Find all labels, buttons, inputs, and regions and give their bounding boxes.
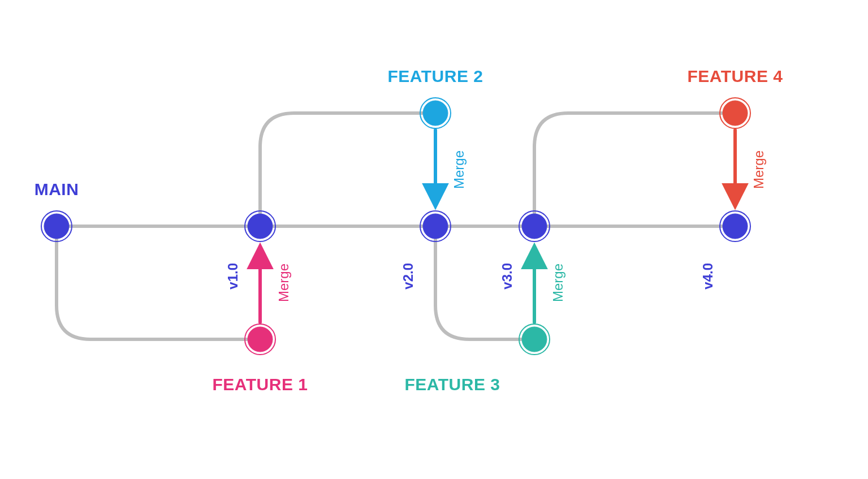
merge-label-4: Merge — [751, 150, 766, 189]
branch-to-feature4 — [534, 113, 735, 226]
merge-label-2: Merge — [451, 150, 467, 189]
connectors — [57, 113, 735, 339]
node-feature4 — [720, 98, 750, 128]
label-feature4: FEATURE 4 — [688, 67, 783, 85]
node-main — [41, 211, 72, 241]
label-feature3: FEATURE 3 — [405, 375, 500, 394]
node-v4 — [720, 211, 750, 241]
node-feature2 — [420, 98, 451, 128]
version-v4: v4.0 — [700, 263, 715, 290]
node-v2 — [420, 211, 451, 241]
version-v3: v3.0 — [499, 263, 515, 290]
node-feature3 — [519, 324, 550, 355]
node-feature1 — [245, 324, 275, 355]
branch-to-feature3 — [435, 226, 534, 339]
version-v1: v1.0 — [225, 263, 240, 290]
merge-label-3: Merge — [550, 264, 565, 302]
label-feature2: FEATURE 2 — [388, 67, 483, 85]
label-main: MAIN — [34, 180, 79, 198]
label-feature1: FEATURE 1 — [213, 375, 308, 394]
node-v3 — [519, 211, 550, 241]
branch-to-feature2 — [260, 113, 435, 226]
node-v1 — [245, 211, 275, 241]
git-branch-diagram: MAIN FEATURE 1 FEATURE 2 FEATURE 3 FEATU… — [0, 0, 868, 479]
merge-label-1: Merge — [276, 264, 291, 302]
version-v2: v2.0 — [400, 263, 416, 290]
